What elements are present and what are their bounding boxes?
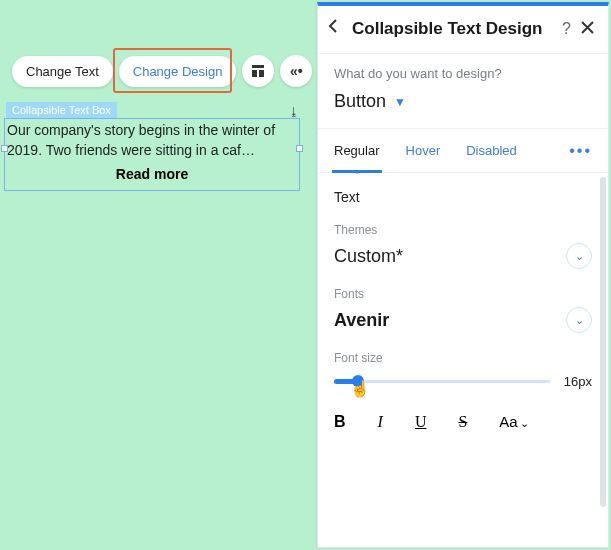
chevron-down-icon: ⌄ [566, 307, 592, 333]
font-size-row: ☝ 16px [334, 373, 592, 389]
text-format-toolbar: B I U S Aa ⌄ [334, 413, 592, 435]
back-button[interactable] [328, 18, 348, 39]
design-panel: Collapsible Text Design ? What do you wa… [317, 2, 609, 548]
editor-canvas: Change Text Change Design «• Collapsible… [0, 0, 611, 550]
font-size-label: Font size [334, 351, 592, 365]
design-target-select[interactable]: Button ▼ [334, 91, 592, 112]
panel-header: Collapsible Text Design ? [318, 6, 608, 54]
bold-button[interactable]: B [334, 413, 346, 431]
svg-rect-0 [252, 65, 264, 68]
fonts-label: Fonts [334, 287, 592, 301]
tab-disabled[interactable]: Disabled [466, 129, 517, 172]
svg-rect-1 [252, 70, 257, 77]
layout-icon [251, 64, 265, 78]
strike-button[interactable]: S [458, 413, 467, 431]
close-icon [581, 21, 594, 34]
read-more-button[interactable]: Read more [7, 166, 297, 182]
svg-rect-2 [259, 70, 264, 77]
animation-icon: «• [290, 63, 303, 79]
design-question: What do you want to design? [334, 66, 592, 81]
themes-select[interactable]: Custom* ⌄ [334, 243, 592, 269]
chevron-down-icon: ▼ [394, 95, 406, 109]
resize-handle[interactable] [1, 145, 8, 152]
help-button[interactable]: ? [562, 20, 571, 38]
download-icon[interactable]: ⭳ [285, 103, 303, 121]
close-button[interactable] [581, 20, 594, 38]
scrollbar[interactable] [600, 177, 606, 507]
panel-title: Collapsible Text Design [352, 19, 562, 39]
animation-icon-button[interactable]: «• [280, 55, 312, 87]
chevron-left-icon [328, 18, 338, 34]
change-design-button[interactable]: Change Design [119, 56, 237, 87]
resize-handle[interactable] [296, 145, 303, 152]
italic-button[interactable]: I [378, 413, 383, 431]
font-size-slider[interactable]: ☝ [334, 373, 550, 389]
themes-value: Custom* [334, 246, 403, 267]
state-tabs: Regular Hover Disabled ••• [318, 129, 608, 173]
font-size-value: 16px [564, 374, 592, 389]
tab-hover[interactable]: Hover [406, 129, 441, 172]
underline-button[interactable]: U [415, 413, 427, 431]
cursor-icon: ☝ [350, 379, 370, 398]
collapsed-text: Our company's story begins in the winter… [7, 121, 297, 160]
change-text-button[interactable]: Change Text [12, 56, 113, 87]
tabs-more-button[interactable]: ••• [569, 142, 592, 160]
element-type-label: Collapsible Text Box [6, 102, 117, 118]
layout-icon-button[interactable] [242, 55, 274, 87]
tab-regular[interactable]: Regular [334, 129, 380, 172]
chevron-down-icon: ⌄ [518, 417, 530, 429]
chevron-down-icon: ⌄ [566, 243, 592, 269]
themes-label: Themes [334, 223, 592, 237]
group-text: Text [334, 189, 592, 205]
case-button[interactable]: Aa ⌄ [499, 413, 529, 431]
design-target-value: Button [334, 91, 386, 112]
element-toolbar: Change Text Change Design «• [12, 55, 312, 87]
collapsible-text-box[interactable]: Our company's story begins in the winter… [4, 118, 300, 191]
fonts-select[interactable]: Avenir ⌄ [334, 307, 592, 333]
fonts-value: Avenir [334, 310, 389, 331]
panel-scroll: Text Themes Custom* ⌄ Fonts Avenir ⌄ Fon… [318, 173, 608, 547]
design-target-section: What do you want to design? Button ▼ [318, 54, 608, 129]
